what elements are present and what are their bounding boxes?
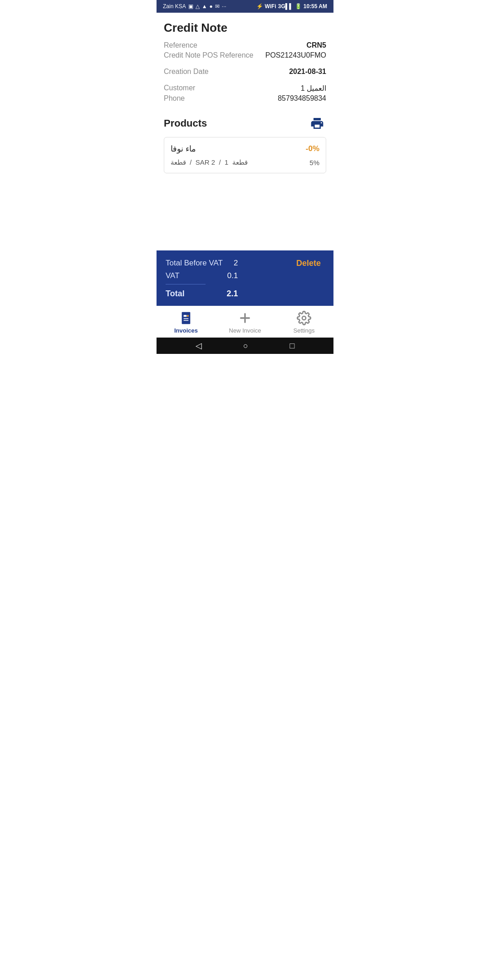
alert-icon: △ [196, 3, 200, 10]
settings-icon [297, 311, 311, 325]
nav-new-invoice[interactable]: New Invoice [227, 311, 263, 334]
svg-point-5 [302, 316, 306, 320]
product-tax: 5% [309, 159, 319, 167]
reference-label: Reference [164, 41, 197, 49]
dot-icon: ● [210, 3, 213, 10]
page-title: Credit Note [164, 21, 326, 35]
creation-row: Creation Date 2021-08-31 [164, 68, 326, 76]
home-button[interactable]: ○ [243, 341, 248, 351]
main-content: Credit Note Reference CRN5 Credit Note P… [157, 13, 333, 214]
print-button[interactable] [308, 115, 326, 132]
phone-row: Phone 857934859834 [164, 94, 326, 103]
totals-bar: Total Before VAT 2 VAT 0.1 Total 2.1 Del… [157, 250, 333, 306]
products-title: Products [164, 118, 207, 129]
wifi-icon: WiFi [265, 3, 276, 10]
bluetooth-icon: ⚡ [256, 3, 263, 10]
svg-rect-1 [184, 315, 187, 317]
content-spacer [157, 214, 333, 250]
product-top-row: ماء نوفا -0% [171, 144, 319, 154]
creation-value: 2021-08-31 [289, 68, 326, 76]
pos-row: Credit Note POS Reference POS21243U0FMO [164, 51, 326, 59]
total-row: Total 2.1 [166, 289, 238, 299]
status-left: Zain KSA ▣ △ ▲ ● ✉ ··· [163, 3, 226, 10]
delete-section[interactable]: Delete [293, 259, 324, 268]
drive-icon: ▲ [202, 3, 207, 10]
svg-point-2 [187, 315, 189, 317]
vat-label: VAT [166, 271, 180, 280]
product-detail: قطعة 1 / 2 SAR / قطعة [171, 158, 248, 167]
invoices-nav-label: Invoices [174, 327, 198, 334]
svg-rect-0 [182, 312, 191, 324]
customer-label: Customer [164, 84, 195, 92]
android-nav-bar: ◁ ○ □ [157, 338, 333, 354]
time-display: 10:55 AM [304, 3, 327, 10]
before-vat-value: 2 [234, 259, 238, 268]
nav-settings[interactable]: Settings [286, 311, 322, 334]
vat-row: VAT 0.1 [166, 271, 238, 280]
carrier-text: Zain KSA [163, 3, 186, 10]
total-value: 2.1 [226, 289, 238, 299]
settings-nav-label: Settings [294, 327, 315, 334]
ellipsis-icon: ··· [222, 3, 226, 10]
reference-value: CRN5 [306, 41, 326, 49]
bottom-nav: Invoices New Invoice Settings [157, 306, 333, 338]
status-right: ⚡ WiFi 3G▌▌ 🔋 10:55 AM [256, 3, 327, 10]
customer-value: العميل 1 [301, 84, 326, 93]
battery-icon: 🔋 [295, 3, 302, 10]
sim-icon: ▣ [188, 3, 193, 10]
new-invoice-nav-label: New Invoice [229, 327, 261, 334]
delete-button[interactable]: Delete [293, 257, 324, 270]
before-vat-label: Total Before VAT [166, 259, 223, 268]
invoices-icon [179, 311, 193, 325]
product-discount: -0% [306, 144, 319, 153]
new-invoice-icon [238, 311, 252, 325]
products-header: Products [164, 115, 326, 132]
phone-value: 857934859834 [278, 94, 326, 103]
before-vat-row: Total Before VAT 2 [166, 259, 238, 268]
signal-icon: 3G▌▌ [278, 3, 293, 10]
pos-value: POS21243U0FMO [265, 51, 326, 59]
product-card: ماء نوفا -0% قطعة 1 / 2 SAR / قطعة 5% [164, 137, 326, 173]
total-label: Total [166, 289, 185, 299]
phone-label: Phone [164, 94, 185, 103]
totals-divider [166, 284, 206, 284]
totals-left: Total Before VAT 2 VAT 0.1 Total 2.1 [166, 259, 238, 299]
nav-invoices[interactable]: Invoices [168, 311, 204, 334]
creation-label: Creation Date [164, 68, 209, 76]
pos-label: Credit Note POS Reference [164, 51, 253, 59]
print-icon [310, 116, 324, 131]
product-name: ماء نوفا [171, 144, 196, 154]
product-bottom-row: قطعة 1 / 2 SAR / قطعة 5% [171, 158, 319, 167]
vat-value: 0.1 [227, 271, 238, 280]
customer-row: Customer العميل 1 [164, 84, 326, 93]
back-button[interactable]: ◁ [196, 341, 202, 351]
reference-row: Reference CRN5 [164, 41, 326, 49]
status-bar: Zain KSA ▣ △ ▲ ● ✉ ··· ⚡ WiFi 3G▌▌ 🔋 10:… [157, 0, 333, 13]
recents-button[interactable]: □ [289, 341, 294, 351]
mail-icon: ✉ [215, 3, 220, 10]
